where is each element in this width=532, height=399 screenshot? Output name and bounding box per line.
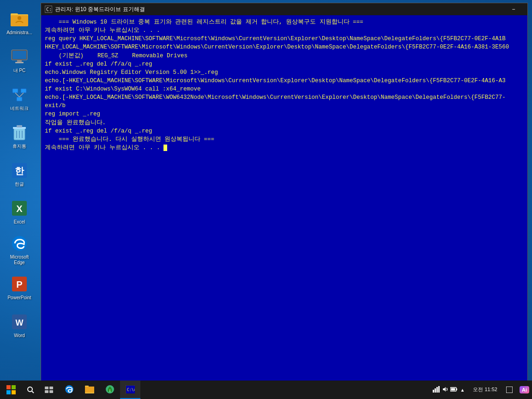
desktop-icons: Administra... 내 PC: [4, 5, 35, 344]
svg-rect-9: [12, 89, 18, 93]
taskbar-app-explorer[interactable]: [79, 381, 100, 399]
desktop-icon-powerpoint-label: PowerPoint: [7, 295, 31, 301]
clock-time: 오전 11:52: [473, 386, 497, 393]
svg-rect-6: [12, 51, 26, 59]
svg-point-4: [18, 16, 21, 20]
svg-line-13: [19, 93, 24, 97]
folder-icon: [10, 10, 29, 28]
svg-rect-51: [456, 388, 457, 390]
desktop-icon-administrator-label: Administra...: [6, 30, 32, 36]
desktop-icon-mypc[interactable]: 내 PC: [4, 42, 35, 79]
recycle-icon: [10, 123, 29, 142]
svg-rect-40: [85, 387, 94, 393]
svg-text:X: X: [16, 204, 23, 214]
svg-rect-34: [49, 387, 53, 389]
desktop-icon-recycle[interactable]: 휴지통: [4, 118, 35, 154]
network-tray-icon[interactable]: [433, 386, 440, 394]
search-button[interactable]: [22, 381, 39, 399]
desktop-icon-hangul-label: 한글: [15, 181, 24, 187]
taskbar-cmd-icon: C:\>: [126, 385, 135, 393]
desktop: Administra... 내 PC: [0, 0, 532, 399]
cmd-body[interactable]: === Windows 10 드라이브 중복 표기와 관련된 레지스트리 값을 …: [41, 15, 527, 383]
svg-text:한: 한: [15, 166, 24, 176]
svg-rect-47: [435, 388, 436, 393]
desktop-icon-word-label: Word: [14, 333, 25, 339]
taskbar: C:\>: [0, 381, 532, 399]
network-icon: [10, 85, 29, 104]
edge-icon: [10, 234, 29, 253]
cmd-title-text: 관리자: 윈10 중복드라이브 표기해결: [55, 6, 503, 13]
task-view-button[interactable]: [39, 381, 59, 399]
mypc-icon: [10, 48, 29, 66]
notification-button[interactable]: [502, 381, 517, 399]
desktop-icon-network-label: 네트워크: [10, 106, 29, 111]
tray-icons: ▲: [430, 386, 469, 394]
desktop-icon-edge-label: Microsoft Edge: [6, 254, 33, 266]
desktop-icon-recycle-label: 휴지통: [12, 144, 26, 149]
svg-text:C:\: C:\: [46, 7, 52, 12]
minimize-button[interactable]: −: [503, 3, 524, 15]
svg-rect-11: [17, 97, 22, 101]
svg-text:P: P: [16, 279, 22, 290]
svg-rect-48: [436, 387, 438, 393]
cmd-window: C:\ 관리자: 윈10 중복드라이브 표기해결 − === Windows 1…: [41, 3, 528, 384]
desktop-icon-network[interactable]: 네트워크: [4, 80, 35, 116]
svg-text:C:\>: C:\>: [127, 388, 135, 392]
sound-icon: [442, 386, 448, 393]
svg-rect-35: [45, 390, 48, 393]
desktop-icon-hangul[interactable]: 한 한글: [4, 156, 35, 192]
svg-line-32: [32, 391, 34, 393]
sound-tray-icon[interactable]: [442, 386, 448, 394]
svg-point-31: [28, 387, 32, 392]
taskbar-explorer-icon: [85, 385, 94, 393]
window-controls: −: [503, 3, 524, 15]
svg-rect-46: [433, 390, 434, 393]
show-hidden-icons-button[interactable]: ▲: [459, 387, 466, 393]
ai-button[interactable]: Ai: [517, 386, 532, 393]
svg-rect-52: [451, 388, 455, 391]
svg-rect-10: [21, 89, 26, 93]
taskbar-edge-icon: [65, 385, 74, 394]
svg-text:W: W: [16, 318, 24, 327]
desktop-icon-powerpoint[interactable]: P PowerPoint: [4, 270, 35, 306]
svg-line-12: [15, 93, 19, 97]
taskbar-right: ▲ 오전 11:52 Ai: [430, 381, 532, 399]
desktop-icon-excel-label: Excel: [14, 219, 25, 225]
svg-rect-36: [49, 390, 53, 393]
svg-rect-49: [438, 386, 440, 393]
battery-icon: [450, 387, 458, 392]
cmd-titlebar[interactable]: C:\ 관리자: 윈10 중복드라이브 표기해결 −: [41, 3, 527, 15]
taskbar-app-cmd[interactable]: C:\>: [120, 381, 140, 399]
hangul-icon: 한: [10, 161, 29, 180]
desktop-icon-word[interactable]: W Word: [4, 308, 35, 344]
windows-logo-icon: [6, 385, 16, 394]
start-button[interactable]: [0, 381, 22, 399]
search-icon: [27, 386, 34, 393]
notification-icon: [506, 387, 513, 393]
svg-rect-33: [45, 387, 48, 389]
desktop-icon-edge[interactable]: Microsoft Edge: [4, 232, 35, 268]
desktop-icon-excel[interactable]: X Excel: [4, 194, 35, 230]
svg-rect-16: [17, 125, 22, 127]
desktop-icon-administrator[interactable]: Administra...: [4, 5, 35, 41]
network-status-icon: [433, 386, 440, 393]
word-icon: W: [10, 313, 29, 331]
svg-rect-53: [506, 387, 513, 393]
desktop-icon-mypc-label: 내 PC: [13, 68, 26, 73]
cmd-title-icon: C:\: [45, 6, 52, 13]
task-view-icon: [45, 387, 53, 393]
svg-rect-8: [15, 62, 24, 63]
taskbar-app-greenleaf[interactable]: [100, 381, 120, 399]
clock-area[interactable]: 오전 11:52: [468, 386, 502, 393]
battery-tray-icon[interactable]: [450, 387, 458, 393]
powerpoint-icon: P: [10, 275, 29, 293]
svg-rect-7: [17, 60, 22, 62]
excel-icon: X: [10, 199, 29, 218]
ai-label: Ai: [520, 386, 529, 393]
taskbar-greenleaf-icon: [105, 385, 115, 394]
taskbar-app-edge[interactable]: [59, 381, 79, 399]
